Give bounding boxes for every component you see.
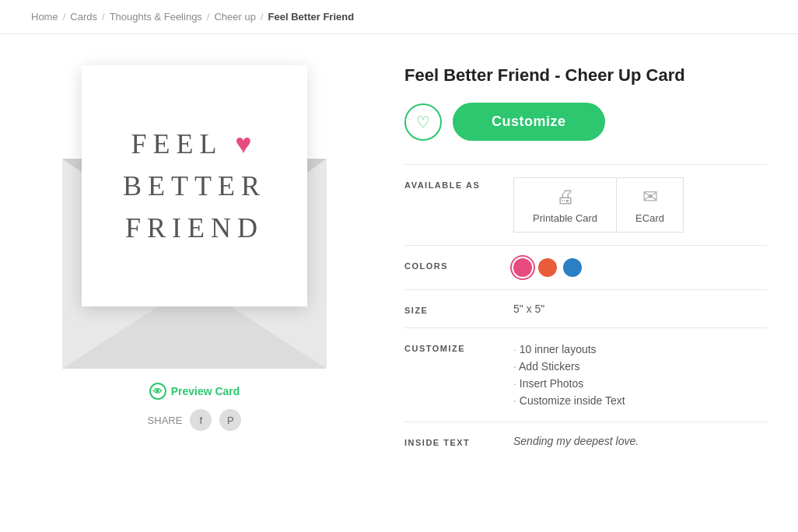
preview-card-button[interactable]: 👁 Preview Card <box>149 383 240 400</box>
colors-label: COLORS <box>404 258 498 271</box>
color-swatches <box>513 258 767 277</box>
card-line-1: FEEL ♥ <box>123 123 266 165</box>
product-info: Feel Better Friend - Cheer Up Card ♡ Cus… <box>404 58 767 460</box>
printable-card-icon: 🖨 <box>556 186 575 208</box>
color-swatch-red[interactable] <box>538 258 557 277</box>
customize-option-1: 10 inner layouts <box>513 341 767 358</box>
available-as-section: AVAILABLE AS 🖨 Printable Card ✉ ECard <box>404 164 767 245</box>
breadcrumb-thoughts-feelings[interactable]: Thoughts & Feelings <box>110 11 202 23</box>
card-line-3: FRIEND <box>123 207 266 249</box>
printable-card-option[interactable]: 🖨 Printable Card <box>513 177 616 233</box>
action-row: ♡ Customize <box>404 103 767 141</box>
color-swatch-pink[interactable] <box>513 258 532 277</box>
card-preview: FEEL ♥ BETTER FRIEND <box>82 65 307 306</box>
card-text-content: FEEL ♥ BETTER FRIEND <box>123 123 266 249</box>
product-title: Feel Better Friend - Cheer Up Card <box>404 65 767 86</box>
share-label: SHARE <box>148 415 183 426</box>
ecard-option[interactable]: ✉ ECard <box>616 177 684 233</box>
customize-option-2: Add Stickers <box>513 358 767 375</box>
color-swatch-blue[interactable] <box>563 258 582 277</box>
breadcrumb-sep-3: / <box>207 11 210 23</box>
breadcrumb-home[interactable]: Home <box>31 11 58 23</box>
wishlist-button[interactable]: ♡ <box>404 103 442 141</box>
inside-text-display: Sending my deepest love. <box>513 435 639 447</box>
preview-label: Preview Card <box>171 385 240 397</box>
breadcrumb-sep-2: / <box>102 11 105 23</box>
color-swatches-container <box>513 258 767 277</box>
breadcrumb-cards[interactable]: Cards <box>70 11 97 23</box>
available-as-label: AVAILABLE AS <box>404 177 498 190</box>
ecard-label: ECard <box>635 212 664 224</box>
breadcrumb-sep-4: / <box>261 11 264 23</box>
size-section: SIZE 5" x 5" <box>404 289 767 327</box>
customize-options-list: 10 inner layouts Add Stickers Insert Pho… <box>513 341 767 409</box>
printable-card-label: Printable Card <box>533 212 597 224</box>
size-label: SIZE <box>404 303 498 315</box>
share-row: SHARE f P <box>148 409 242 431</box>
inside-text-value: Sending my deepest love. <box>513 435 767 447</box>
inside-text-label: INSIDE TEXT <box>404 435 498 447</box>
card-image-area: FEEL ♥ BETTER FRIEND 👁 Preview Card SHAR… <box>31 58 358 460</box>
customize-option-3: Insert Photos <box>513 375 767 392</box>
breadcrumb-cheer-up[interactable]: Cheer up <box>214 11 255 23</box>
available-as-options: 🖨 Printable Card ✉ ECard <box>513 177 767 233</box>
breadcrumb-current: Feel Better Friend <box>268 11 355 23</box>
ecard-icon: ✉ <box>642 186 658 208</box>
heart-icon: ♥ <box>235 128 257 159</box>
heart-wishlist-icon: ♡ <box>416 113 430 131</box>
colors-section: COLORS <box>404 245 767 289</box>
card-line-2: BETTER <box>123 165 266 207</box>
preview-icon: 👁 <box>149 383 166 400</box>
customize-list: 10 inner layouts Add Stickers Insert Pho… <box>513 341 767 409</box>
breadcrumb: Home / Cards / Thoughts & Feelings / Che… <box>0 0 798 34</box>
facebook-share-button[interactable]: f <box>190 409 212 431</box>
size-value: 5" x 5" <box>513 303 767 315</box>
available-options-list: 🖨 Printable Card ✉ ECard <box>513 177 767 233</box>
size-display: 5" x 5" <box>513 303 544 315</box>
main-content: FEEL ♥ BETTER FRIEND 👁 Preview Card SHAR… <box>0 34 798 483</box>
customize-section: CUSTOMIZE 10 inner layouts Add Stickers … <box>404 327 767 422</box>
envelope-wrapper: FEEL ♥ BETTER FRIEND <box>51 58 338 369</box>
customize-option-4: Customize inside Text <box>513 392 767 409</box>
customize-section-label: CUSTOMIZE <box>404 341 498 353</box>
pinterest-share-button[interactable]: P <box>219 409 241 431</box>
inside-text-section: INSIDE TEXT Sending my deepest love. <box>404 422 767 460</box>
breadcrumb-sep-1: / <box>63 11 66 23</box>
customize-button[interactable]: Customize <box>453 103 605 141</box>
